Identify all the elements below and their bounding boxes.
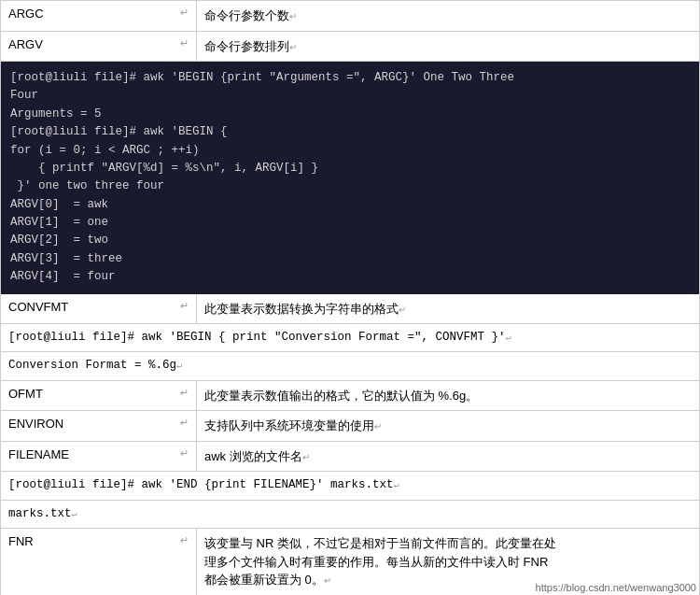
ofmt-left: OFMT ↵: [1, 381, 197, 411]
argc-desc: 命令行参数个数: [204, 8, 289, 22]
environ-row: ENVIRON ↵ 支持队列中系统环境变量的使用↵: [0, 411, 700, 442]
filename-left: FILENAME ↵: [1, 442, 197, 472]
fnr-arrow: ↵: [180, 534, 189, 546]
argc-row: ARGC ↵ 命令行参数个数↵: [0, 0, 700, 32]
code-block-2: Conversion Format = %.6g↵: [0, 352, 700, 380]
code-line-2: Conversion Format = %.6g: [8, 359, 176, 372]
convfmt-row: CONVFMT ↵ 此变量表示数据转换为字符串的格式↵: [0, 294, 700, 325]
ofmt-right: 此变量表示数值输出的格式，它的默认值为 %.6g。: [197, 381, 699, 411]
argc-left: ARGC ↵: [1, 1, 197, 31]
convfmt-right: 此变量表示数据转换为字符串的格式↵: [197, 294, 699, 324]
environ-desc: 支持队列中系统环境变量的使用: [204, 418, 374, 432]
environ-label: ENVIRON: [8, 417, 63, 431]
argc-label: ARGC: [8, 7, 44, 21]
convfmt-label: CONVFMT: [8, 300, 68, 314]
filename-row: FILENAME ↵ awk 浏览的文件名↵: [0, 442, 700, 473]
argv-right: 命令行参数排列↵: [197, 32, 699, 62]
fnr-left: FNR ↵: [1, 529, 197, 595]
argv-arrow: ↵: [180, 37, 189, 50]
ofmt-arrow: ↵: [180, 387, 189, 399]
ofmt-row: OFMT ↵ 此变量表示数值输出的格式，它的默认值为 %.6g。: [0, 381, 700, 412]
code-block-1: [root@liuli file]# awk 'BEGIN { print "C…: [0, 324, 700, 352]
argv-desc: 命令行参数排列: [204, 39, 289, 53]
argv-row: ARGV ↵ 命令行参数排列↵: [0, 32, 700, 63]
code-line-1: [root@liuli file]# awk 'BEGIN { print "C…: [8, 331, 506, 344]
code-block-3: [root@liuli file]# awk 'END {print FILEN…: [0, 472, 700, 500]
filename-right: awk 浏览的文件名↵: [197, 442, 699, 472]
terminal-content: [root@liuli file]# awk 'BEGIN {print "Ar…: [1, 62, 699, 294]
environ-arrow: ↵: [180, 417, 189, 429]
fnr-label: FNR: [8, 534, 34, 548]
argv-label: ARGV: [8, 37, 43, 51]
filename-label: FILENAME: [8, 447, 69, 461]
code-line-3: [root@liuli file]# awk 'END {print FILEN…: [8, 478, 394, 491]
argc-arrow: ↵: [180, 7, 189, 19]
convfmt-desc: 此变量表示数据转换为字符串的格式: [204, 302, 399, 316]
environ-right: 支持队列中系统环境变量的使用↵: [197, 411, 699, 441]
convfmt-left: CONVFMT ↵: [1, 294, 197, 324]
watermark: https://blog.csdn.net/wenwang3000: [536, 582, 696, 593]
filename-desc: awk 浏览的文件名: [204, 449, 302, 463]
ofmt-label: OFMT: [8, 387, 43, 401]
code-line-4: marks.txt: [8, 507, 72, 520]
convfmt-arrow: ↵: [180, 300, 189, 312]
ofmt-desc: 此变量表示数值输出的格式，它的默认值为 %.6g。: [204, 389, 478, 403]
argv-left: ARGV ↵: [1, 32, 197, 62]
environ-left: ENVIRON ↵: [1, 411, 197, 441]
terminal-block: [root@liuli file]# awk 'BEGIN {print "Ar…: [0, 62, 700, 294]
code-block-4: marks.txt↵: [0, 501, 700, 529]
argc-right: 命令行参数个数↵: [197, 1, 699, 31]
filename-arrow: ↵: [180, 447, 189, 460]
